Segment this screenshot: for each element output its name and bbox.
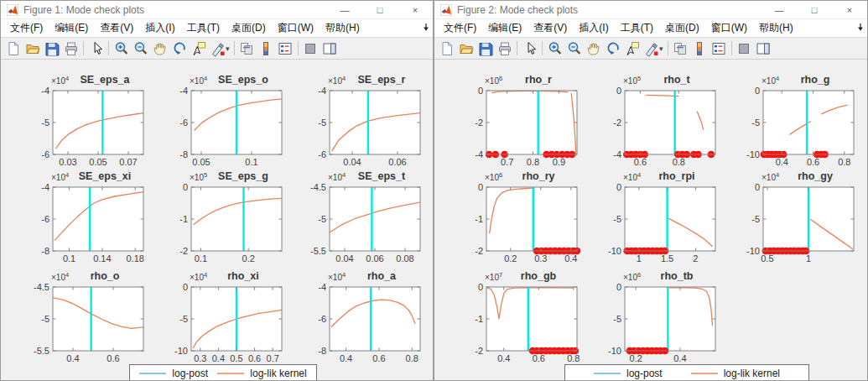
plot-rho_t[interactable]: 0.60.80-2-4×105rho_t bbox=[587, 70, 721, 172]
cursor-button[interactable] bbox=[86, 39, 106, 58]
axis-exponent-label: ×106 bbox=[623, 271, 641, 282]
x-tick-label: 0.4 bbox=[673, 353, 686, 363]
link-plot-button[interactable] bbox=[237, 39, 257, 58]
save-button[interactable] bbox=[476, 39, 495, 58]
menu-item-6[interactable]: 窗口(W) bbox=[272, 21, 320, 35]
brush-button[interactable] bbox=[642, 39, 661, 58]
plot-rho_g[interactable]: 0.40.60.80-5-10×104rho_g bbox=[725, 70, 860, 172]
save-icon bbox=[44, 40, 60, 57]
pan-icon bbox=[152, 40, 169, 57]
zoom-out-button[interactable] bbox=[564, 39, 584, 58]
plot-rho_xi[interactable]: 0.30.40.50.60.70-5-10×104rho_xi bbox=[153, 266, 288, 368]
y-tick-label: -10 bbox=[746, 149, 760, 159]
plot-rho_ry[interactable]: 0.20.30.40-1-2×106rho_ry bbox=[449, 166, 583, 269]
maximize-button[interactable]: □ bbox=[362, 1, 398, 19]
show-plot-tools-button[interactable] bbox=[320, 39, 340, 58]
menu-overflow-icon[interactable] bbox=[856, 23, 865, 33]
minimize-button[interactable]: — bbox=[761, 1, 797, 19]
close-button[interactable]: × bbox=[832, 1, 867, 19]
plot-rho_tb[interactable]: 0.20.40-5-10×106rho_tb bbox=[587, 266, 721, 368]
toolbar-separator bbox=[731, 41, 732, 55]
menu-bar: 文件(F)编辑(E)查看(V)插入(I)工具(T)桌面(D)窗口(W)帮助(H) bbox=[434, 19, 867, 38]
menu-item-4[interactable]: 工具(T) bbox=[181, 21, 226, 35]
plot-SE_eps_g[interactable]: 0.10.20-1-2×105SE_eps_g bbox=[153, 166, 288, 269]
plot-rho_r[interactable]: 0.70.80.90-2-4×106rho_r bbox=[449, 70, 583, 172]
link-plot-button[interactable] bbox=[671, 39, 690, 58]
zoom-in-button[interactable] bbox=[545, 39, 564, 58]
rotate-3d-button[interactable] bbox=[169, 39, 189, 58]
plot-rho_gb[interactable]: 0.40.60.80-1-2×107rho_gb bbox=[449, 266, 583, 368]
rotate-3d-button[interactable] bbox=[603, 39, 622, 58]
plot-SE_eps_t[interactable]: 0.040.060.08-4.5-5-5.5×104SE_eps_t bbox=[292, 166, 426, 269]
menu-overflow-icon[interactable] bbox=[422, 23, 430, 33]
menu-item-7[interactable]: 帮助(H) bbox=[753, 21, 799, 35]
menu-item-1[interactable]: 编辑(E) bbox=[482, 21, 528, 35]
cursor-button[interactable] bbox=[520, 39, 539, 58]
zoom-out-button[interactable] bbox=[131, 39, 150, 58]
menu-item-0[interactable]: 文件(F) bbox=[4, 21, 49, 35]
menu-item-3[interactable]: 插入(I) bbox=[573, 21, 614, 35]
pan-button[interactable] bbox=[150, 39, 169, 58]
plot-rho_a[interactable]: 0.40.60.8-4-6-8×104rho_a bbox=[292, 266, 426, 368]
plot-rho_gy[interactable]: 0.510-5-10×104rho_gy bbox=[725, 166, 860, 269]
plot-SE_eps_xi[interactable]: 0.10.140.18-4-6-8×104SE_eps_xi bbox=[15, 166, 149, 269]
x-tick-label: 0.04 bbox=[335, 253, 353, 264]
y-tick-label: -5 bbox=[318, 117, 326, 128]
legend-box[interactable]: log-postlog-lik kernel bbox=[129, 364, 317, 381]
plot-rho_o[interactable]: 0.40.6-4.5-5-5.5×104rho_o bbox=[15, 266, 149, 368]
maximize-button[interactable]: □ bbox=[797, 1, 832, 19]
window-titlebar[interactable]: Figure 1: Mode check plots—□× bbox=[1, 1, 433, 19]
plot-SE_eps_r[interactable]: 0.040.06-4-5-6×104SE_eps_r bbox=[292, 70, 426, 172]
new-button[interactable] bbox=[3, 39, 23, 58]
menu-item-7[interactable]: 帮助(H) bbox=[320, 21, 366, 35]
save-button[interactable] bbox=[42, 39, 61, 58]
plot-title: SE_eps_xi bbox=[79, 170, 132, 182]
menu-item-2[interactable]: 查看(V) bbox=[528, 21, 573, 35]
colorbar-button[interactable] bbox=[257, 39, 276, 58]
menu-item-6[interactable]: 窗口(W) bbox=[705, 21, 753, 35]
legend-button[interactable] bbox=[276, 39, 295, 58]
minimize-button[interactable]: — bbox=[327, 1, 362, 19]
toolbar-separator bbox=[668, 41, 668, 55]
open-button[interactable] bbox=[23, 39, 42, 58]
window-titlebar[interactable]: Figure 2: Mode check plots—□× bbox=[434, 1, 867, 19]
data-cursor-button[interactable] bbox=[189, 39, 208, 58]
print-button[interactable] bbox=[495, 39, 514, 58]
close-button[interactable]: × bbox=[398, 1, 433, 19]
hide-plot-tools-button[interactable] bbox=[735, 39, 754, 58]
menu-item-1[interactable]: 编辑(E) bbox=[49, 21, 94, 35]
brush-button[interactable] bbox=[208, 39, 227, 58]
new-button[interactable] bbox=[437, 39, 456, 58]
plot-SE_eps_a[interactable]: 0.030.050.07-4-5-6×104SE_eps_a bbox=[15, 70, 149, 172]
y-tick-label: -5 bbox=[613, 214, 621, 224]
show-plot-tools-button[interactable] bbox=[754, 39, 773, 58]
print-icon bbox=[496, 40, 513, 57]
new-icon bbox=[439, 40, 455, 57]
new-icon bbox=[5, 40, 22, 57]
plot-rho_rpi[interactable]: 11.520-5-10×104rho_rpi bbox=[587, 166, 721, 269]
save-icon bbox=[477, 40, 494, 57]
pan-button[interactable] bbox=[584, 39, 603, 58]
hide-plot-tools-button[interactable] bbox=[301, 39, 320, 58]
window-controls: —□× bbox=[327, 1, 433, 19]
brush-dropdown-caret-icon[interactable]: ▾ bbox=[659, 44, 663, 53]
cursor-icon bbox=[88, 40, 105, 57]
menu-item-0[interactable]: 文件(F) bbox=[438, 21, 482, 35]
legend-box[interactable]: log-postlog-lik kernel bbox=[564, 364, 809, 381]
menu-item-5[interactable]: 桌面(D) bbox=[226, 21, 272, 35]
figure-canvas: 0.030.050.07-4-5-6×104SE_eps_a0.050.1-4-… bbox=[1, 60, 433, 380]
menu-item-4[interactable]: 工具(T) bbox=[615, 21, 659, 35]
data-cursor-button[interactable] bbox=[622, 39, 642, 58]
menu-item-3[interactable]: 插入(I) bbox=[139, 21, 180, 35]
y-tick-label: -1 bbox=[475, 314, 483, 324]
zoom-in-button[interactable] bbox=[112, 39, 131, 58]
open-button[interactable] bbox=[456, 39, 476, 58]
colorbar-button[interactable] bbox=[690, 39, 709, 58]
menu-item-5[interactable]: 桌面(D) bbox=[659, 21, 705, 35]
plot-SE_eps_o[interactable]: 0.050.1-4-6-8×104SE_eps_o bbox=[153, 70, 288, 172]
legend-button[interactable] bbox=[709, 39, 729, 58]
x-tick-label: 0.4 bbox=[66, 353, 79, 363]
menu-item-2[interactable]: 查看(V) bbox=[94, 21, 139, 35]
brush-dropdown-caret-icon[interactable]: ▾ bbox=[226, 44, 230, 53]
print-button[interactable] bbox=[61, 39, 81, 58]
